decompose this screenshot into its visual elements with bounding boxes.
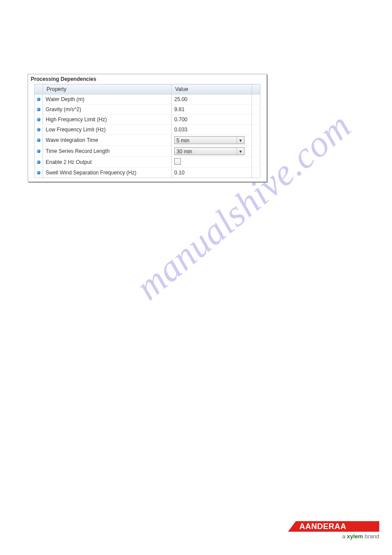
- property-label-cell: Time Series Record Length: [43, 146, 172, 157]
- table-header-row: Property Value: [35, 84, 260, 94]
- brand-tag-suffix: brand: [363, 533, 379, 540]
- row-end-cell: [252, 115, 260, 125]
- brand-tag-prefix: a: [342, 533, 347, 540]
- panel-title: Processing Dependencies: [28, 74, 266, 84]
- brand-tag-bold: xylem: [347, 533, 363, 540]
- header-end-col: [252, 84, 260, 94]
- property-value[interactable]: 25.00: [174, 96, 187, 102]
- property-value[interactable]: 0.10: [174, 170, 184, 176]
- property-label: Swell Wind Separation Frequency (Hz): [46, 170, 137, 176]
- property-value-cell: 0.10: [171, 168, 252, 178]
- row-end-cell: [252, 125, 260, 135]
- row-end-cell: [252, 146, 260, 157]
- table-row: High Frequency Limit (Hz)0.700: [35, 115, 260, 125]
- property-label-cell: Swell Wind Separation Frequency (Hz): [43, 168, 172, 178]
- dropdown[interactable]: 5 min▼: [174, 136, 245, 144]
- brand-bar: AANDERAA: [288, 521, 379, 532]
- checkbox[interactable]: [174, 158, 181, 165]
- bullet-icon: [37, 98, 40, 101]
- table-row: Wave Integration Time5 min▼: [35, 135, 260, 146]
- property-value-cell: 0.033: [171, 125, 252, 135]
- row-bullet-cell: [35, 146, 43, 157]
- bullet-icon: [37, 149, 40, 153]
- property-value-cell: 30 min▼: [171, 146, 252, 157]
- property-value[interactable]: 9.81: [174, 106, 184, 112]
- property-label-cell: Enable 2 Hz Output: [43, 157, 172, 168]
- row-bullet-cell: [35, 168, 43, 178]
- property-label: High Frequency Limit (Hz): [46, 116, 107, 123]
- row-end-cell: [252, 168, 260, 178]
- bullet-icon: [37, 171, 40, 174]
- row-end-cell: [252, 135, 260, 146]
- table-row: Gravity (m/s^2)9.81: [35, 105, 260, 115]
- bullet-icon: [37, 108, 40, 111]
- row-bullet-cell: [35, 125, 43, 135]
- property-label-cell: High Frequency Limit (Hz): [43, 115, 172, 125]
- processing-dependencies-panel: Processing Dependencies Property Value W…: [28, 74, 267, 182]
- property-label: Wave Integration Time: [46, 137, 98, 143]
- dropdown[interactable]: 30 min▼: [174, 147, 245, 155]
- bullet-icon: [37, 118, 40, 121]
- bullet-icon: [37, 160, 40, 164]
- header-value: Value: [171, 84, 252, 94]
- properties-table: Property Value Water Depth (m)25.00Gravi…: [34, 84, 260, 178]
- row-bullet-cell: [35, 115, 43, 125]
- property-value-cell: 5 min▼: [171, 135, 252, 146]
- property-label: Gravity (m/s^2): [46, 106, 81, 112]
- table-row: Time Series Record Length30 min▼: [35, 146, 260, 157]
- table-row: Water Depth (m)25.00: [35, 94, 260, 105]
- property-label: Enable 2 Hz Output: [46, 159, 92, 165]
- row-bullet-cell: [35, 105, 43, 115]
- brand-block: AANDERAA a xylem brand: [288, 521, 379, 540]
- property-label-cell: Wave Integration Time: [43, 135, 172, 146]
- row-end-cell: [252, 157, 260, 168]
- row-bullet-cell: [35, 157, 43, 168]
- header-property: Property: [43, 84, 172, 94]
- brand-name: AANDERAA: [299, 522, 346, 531]
- row-bullet-cell: [35, 94, 43, 105]
- property-label-cell: Water Depth (m): [43, 94, 172, 105]
- property-label: Water Depth (m): [46, 96, 84, 102]
- chevron-down-icon[interactable]: ▼: [237, 137, 244, 144]
- property-value-cell: [171, 157, 252, 168]
- chevron-down-icon[interactable]: ▼: [237, 148, 244, 155]
- property-value[interactable]: 0.700: [174, 116, 187, 123]
- table-row: Low Frequency Limit (Hz)0.033: [35, 125, 260, 135]
- bullet-icon: [37, 138, 40, 142]
- dropdown-value: 5 min: [176, 138, 189, 144]
- row-bullet-cell: [35, 135, 43, 146]
- header-icon-col: [35, 84, 43, 94]
- property-label: Time Series Record Length: [46, 148, 110, 154]
- table-row: Enable 2 Hz Output: [35, 157, 260, 168]
- bullet-icon: [37, 128, 40, 131]
- property-value-cell: 25.00: [171, 94, 252, 105]
- property-label: Low Frequency Limit (Hz): [46, 127, 106, 133]
- property-value-cell: 0.700: [171, 115, 252, 125]
- property-label-cell: Gravity (m/s^2): [43, 105, 172, 115]
- table-row: Swell Wind Separation Frequency (Hz)0.10: [35, 168, 260, 178]
- row-end-cell: [252, 94, 260, 105]
- dropdown-value: 30 min: [176, 149, 192, 155]
- property-value-cell: 9.81: [171, 105, 252, 115]
- property-value[interactable]: 0.033: [174, 127, 187, 133]
- brand-tagline: a xylem brand: [288, 533, 379, 540]
- property-label-cell: Low Frequency Limit (Hz): [43, 125, 172, 135]
- row-end-cell: [252, 105, 260, 115]
